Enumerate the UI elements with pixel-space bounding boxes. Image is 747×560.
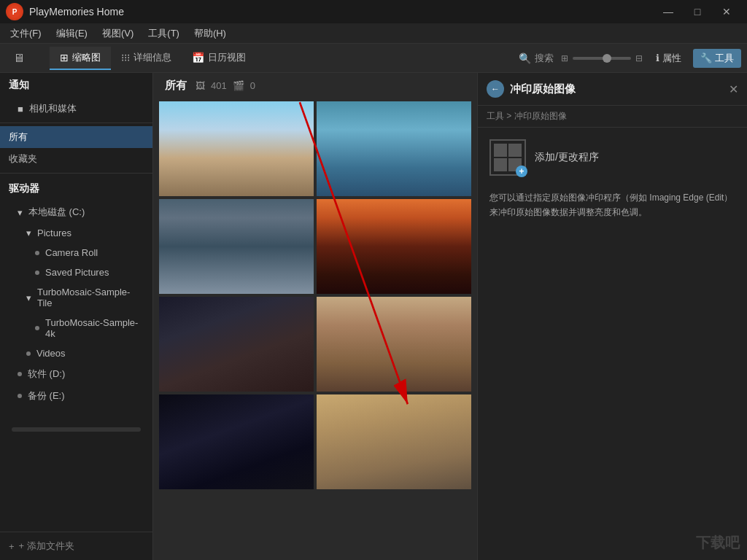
tab-thumbnail[interactable]: ⊞ 缩略图 bbox=[50, 47, 111, 70]
toolbar-left: 🖥 bbox=[6, 45, 32, 71]
toolbar: 🖥 ⊞ 缩略图 ⁝⁝⁝ 详细信息 📅 日历视图 🔍 搜索 ⊞ bbox=[0, 44, 747, 73]
camera-media-label: 相机和媒体 bbox=[29, 102, 77, 115]
videos-label: Videos bbox=[36, 348, 66, 359]
photo-icon: 🖼 bbox=[196, 80, 205, 91]
photo-cell-8[interactable] bbox=[317, 394, 471, 489]
right-panel-title: ← 冲印原始图像 bbox=[487, 80, 576, 98]
photo-count: 🖼 401 🎬 0 bbox=[196, 80, 255, 91]
photo-cell-5[interactable] bbox=[159, 297, 314, 392]
app-logo: P bbox=[6, 3, 23, 20]
dot-icon-5 bbox=[18, 372, 22, 376]
info-icon: ℹ bbox=[656, 52, 659, 63]
photo-area: 所有 🖼 401 🎬 0 bbox=[153, 73, 477, 560]
menu-file[interactable]: 文件(F) bbox=[3, 24, 49, 43]
tab-calendar[interactable]: 📅 日历视图 bbox=[182, 47, 256, 70]
minimize-button[interactable]: — bbox=[654, 0, 683, 23]
right-panel: ← 冲印原始图像 ✕ 工具 > 冲印原始图像 + bbox=[477, 73, 747, 560]
sidebar-item-drive-c[interactable]: ▾ 本地磁盘 (C:) bbox=[0, 201, 152, 223]
add-folder-icon: + bbox=[9, 541, 15, 552]
tab-detail-label: 详细信息 bbox=[133, 51, 171, 64]
add-folder-button[interactable]: + + 添加文件夹 bbox=[0, 532, 152, 560]
breadcrumb-tool[interactable]: 工具 bbox=[487, 111, 504, 121]
menu-help[interactable]: 帮助(H) bbox=[187, 24, 233, 43]
sidebar-item-turbomosaic-tile[interactable]: ▾ TurboMosaic-Sample-Tile bbox=[0, 282, 152, 313]
dot-icon-4 bbox=[26, 351, 31, 356]
search-area[interactable]: 🔍 搜索 bbox=[519, 52, 554, 65]
photo-cell-6[interactable] bbox=[317, 297, 471, 392]
sidebar-item-camera-media[interactable]: ■ 相机和媒体 bbox=[0, 98, 152, 120]
photo-cell-2[interactable] bbox=[317, 101, 471, 196]
photo-image-7 bbox=[159, 394, 314, 489]
menubar: 文件(F) 编辑(E) 视图(V) 工具(T) 帮助(H) bbox=[0, 23, 747, 44]
video-icon: 🎬 bbox=[233, 80, 244, 91]
grid-small-icon[interactable]: ⊞ bbox=[560, 52, 570, 65]
dot-icon-2 bbox=[35, 271, 39, 275]
photo-cell-4[interactable] bbox=[317, 199, 471, 294]
sidebar-item-drive-d[interactable]: 软件 (D:) bbox=[0, 363, 152, 385]
photo-grid bbox=[153, 98, 477, 560]
sidebar-item-videos[interactable]: Videos bbox=[0, 343, 152, 363]
divider-2 bbox=[0, 173, 152, 174]
arrow-down-icon-3: ▾ bbox=[26, 292, 31, 303]
menu-view[interactable]: 视图(V) bbox=[95, 24, 141, 43]
add-folder-label: + 添加文件夹 bbox=[19, 540, 74, 553]
tab-detail[interactable]: ⁝⁝⁝ 详细信息 bbox=[111, 47, 182, 70]
photo-cell-3[interactable] bbox=[159, 199, 314, 294]
photo-image-4 bbox=[317, 199, 471, 294]
tools-label: 工具 bbox=[715, 52, 734, 65]
notification-header: 通知 bbox=[0, 73, 152, 98]
zoom-slider[interactable] bbox=[573, 57, 631, 60]
detail-icon: ⁝⁝⁝ bbox=[121, 52, 130, 63]
attr-button[interactable]: ℹ 属性 bbox=[650, 49, 687, 68]
toolbar-right: 🔍 搜索 ⊞ ⊟ ℹ 属性 🔧 工具 bbox=[519, 49, 741, 68]
add-program-icon: + bbox=[489, 139, 526, 176]
photo-cell-7[interactable] bbox=[159, 394, 314, 489]
sidebar-item-pictures[interactable]: ▾ Pictures bbox=[0, 223, 152, 243]
maximize-button[interactable]: □ bbox=[683, 0, 712, 23]
photo-image-1 bbox=[159, 101, 314, 196]
photo-image-2 bbox=[317, 101, 471, 196]
sidebar-item-saved-pictures[interactable]: Saved Pictures bbox=[0, 262, 152, 282]
add-program-label[interactable]: 添加/更改程序 bbox=[535, 151, 599, 164]
drive-d-label: 软件 (D:) bbox=[28, 368, 65, 381]
sidebar-item-drive-e[interactable]: 备份 (E:) bbox=[0, 385, 152, 407]
slider-area: ⊞ ⊟ bbox=[560, 52, 644, 65]
photo-image-5 bbox=[159, 297, 314, 392]
sidebar-item-all[interactable]: 所有 bbox=[0, 126, 152, 148]
photo-header: 所有 🖼 401 🎬 0 bbox=[153, 73, 477, 98]
sidebar-scrollbar[interactable] bbox=[12, 427, 141, 432]
camera-roll-label: Camera Roll bbox=[45, 247, 98, 258]
drive-c-label: 本地磁盘 (C:) bbox=[28, 206, 85, 219]
tools-button[interactable]: 🔧 工具 bbox=[693, 49, 741, 68]
thumbnail-icon: ⊞ bbox=[60, 52, 69, 63]
sidebar-item-turbomosaic-4k[interactable]: TurboMosaic-Sample-4k bbox=[0, 313, 152, 343]
sidebar-item-camera-roll[interactable]: Camera Roll bbox=[0, 243, 152, 262]
close-panel-button[interactable]: ✕ bbox=[729, 82, 738, 96]
arrow-down-icon-2: ▾ bbox=[26, 228, 31, 238]
grid-large-icon[interactable]: ⊟ bbox=[634, 52, 644, 65]
view-tabs: ⊞ 缩略图 ⁝⁝⁝ 详细信息 📅 日历视图 bbox=[50, 47, 256, 70]
photo-cell-1[interactable] bbox=[159, 101, 314, 196]
content-area: 通知 ■ 相机和媒体 所有 收藏夹 驱动器 ▾ 本地磁盘 (C:) ▾ Pict… bbox=[0, 73, 747, 560]
titlebar-left: P PlayMemories Home bbox=[6, 3, 124, 20]
right-panel-content: + 添加/更改程序 您可以通过指定原始图像冲印程序（例如 Imaging Edg… bbox=[478, 128, 747, 560]
plus-icon: + bbox=[516, 166, 527, 177]
camera-icon: ■ bbox=[18, 104, 23, 114]
menu-tools[interactable]: 工具(T) bbox=[141, 24, 187, 43]
panel-description: 您可以通过指定原始图像冲印程序（例如 Imaging Edge (Edit）来冲… bbox=[489, 190, 735, 220]
close-button[interactable]: ✕ bbox=[712, 0, 741, 23]
menu-edit[interactable]: 编辑(E) bbox=[49, 24, 95, 43]
photo-image-3 bbox=[159, 199, 314, 294]
arrow-down-icon: ▾ bbox=[18, 207, 23, 218]
dot-icon-6 bbox=[18, 394, 22, 398]
monitor-icon-btn[interactable]: 🖥 bbox=[6, 45, 32, 71]
tab-thumbnail-label: 缩略图 bbox=[72, 51, 101, 64]
search-label: 搜索 bbox=[535, 52, 554, 65]
dot-icon bbox=[35, 251, 39, 255]
back-button[interactable]: ← bbox=[487, 80, 504, 98]
breadcrumb-current: 冲印原始图像 bbox=[514, 111, 567, 121]
turbomosaic-tile-label: TurboMosaic-Sample-Tile bbox=[37, 287, 144, 308]
pictures-label: Pictures bbox=[37, 228, 71, 238]
right-panel-header: ← 冲印原始图像 ✕ bbox=[478, 73, 747, 106]
sidebar-item-favorites[interactable]: 收藏夹 bbox=[0, 148, 152, 170]
